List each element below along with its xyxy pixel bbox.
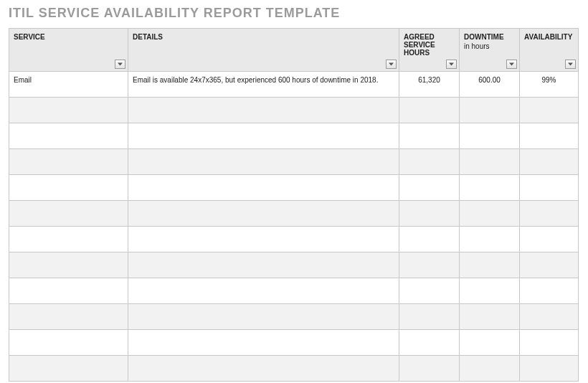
cell-empty <box>520 175 579 201</box>
cell-empty <box>9 278 128 304</box>
svg-marker-1 <box>389 62 394 65</box>
cell-empty <box>460 98 520 123</box>
svg-marker-4 <box>568 62 573 65</box>
filter-downtime-button[interactable] <box>506 60 517 69</box>
cell-empty <box>9 201 128 227</box>
cell-empty <box>9 252 128 278</box>
cell-empty <box>520 123 579 149</box>
filter-availability-button[interactable] <box>565 60 576 69</box>
cell-empty <box>399 227 460 252</box>
cell-details: Email is available 24x7x365, but experie… <box>128 72 399 98</box>
cell-empty <box>460 278 520 304</box>
filter-hours-button[interactable] <box>446 60 457 69</box>
cell-empty <box>128 149 399 175</box>
cell-empty <box>128 252 399 278</box>
cell-empty <box>9 330 128 356</box>
table-row <box>9 304 579 330</box>
cell-downtime: 600.00 <box>460 72 520 98</box>
cell-empty <box>520 304 579 330</box>
table-row <box>9 356 579 382</box>
cell-empty <box>399 356 460 382</box>
cell-service: Email <box>9 72 128 98</box>
header-availability: AVAILABILITY <box>520 29 579 72</box>
cell-empty <box>520 227 579 252</box>
cell-empty <box>9 149 128 175</box>
cell-empty <box>128 304 399 330</box>
cell-empty <box>460 227 520 252</box>
filter-service-button[interactable] <box>115 60 125 69</box>
cell-empty <box>460 304 520 330</box>
cell-empty <box>399 278 460 304</box>
cell-empty <box>399 252 460 278</box>
table-row <box>9 227 579 252</box>
cell-empty <box>460 175 520 201</box>
cell-empty <box>520 330 579 356</box>
cell-empty <box>128 98 399 123</box>
header-hours: AGREED SERVICE HOURS <box>399 29 460 72</box>
cell-empty <box>399 175 460 201</box>
header-downtime-label: DOWNTIME <box>464 33 504 41</box>
header-hours-label: AGREED SERVICE HOURS <box>404 33 435 57</box>
table-row <box>9 175 579 201</box>
table-row: Email Email is available 24x7x365, but e… <box>9 72 579 98</box>
cell-empty <box>460 356 520 382</box>
table-row <box>9 201 579 227</box>
cell-empty <box>399 201 460 227</box>
header-service-label: SERVICE <box>14 33 45 41</box>
cell-empty <box>128 227 399 252</box>
cell-empty <box>9 98 128 123</box>
cell-availability: 99% <box>520 72 579 98</box>
table-row <box>9 149 579 175</box>
header-service: SERVICE <box>9 29 128 72</box>
cell-empty <box>460 201 520 227</box>
cell-empty <box>128 330 399 356</box>
cell-empty <box>460 123 520 149</box>
table-row <box>9 252 579 278</box>
svg-marker-2 <box>449 62 454 65</box>
cell-empty <box>399 149 460 175</box>
svg-marker-0 <box>118 62 123 65</box>
cell-empty <box>9 123 128 149</box>
cell-empty <box>520 98 579 123</box>
filter-details-button[interactable] <box>386 60 397 69</box>
header-availability-label: AVAILABILITY <box>524 33 572 41</box>
cell-empty <box>128 201 399 227</box>
cell-empty <box>9 175 128 201</box>
cell-empty <box>520 252 579 278</box>
cell-empty <box>399 304 460 330</box>
cell-empty <box>520 278 579 304</box>
availability-table: SERVICE DETAILS AGREED SERVICE HOURS DOW… <box>9 28 579 382</box>
table-row <box>9 98 579 123</box>
cell-hours: 61,320 <box>399 72 460 98</box>
cell-empty <box>399 330 460 356</box>
table-row <box>9 278 579 304</box>
page-title: ITIL SERVICE AVAILABILITY REPORT TEMPLAT… <box>9 6 579 21</box>
cell-empty <box>128 356 399 382</box>
header-details: DETAILS <box>128 29 399 72</box>
header-downtime-sub: in hours <box>464 42 515 50</box>
cell-empty <box>9 304 128 330</box>
cell-empty <box>9 356 128 382</box>
cell-empty <box>9 227 128 252</box>
cell-empty <box>128 175 399 201</box>
cell-empty <box>460 252 520 278</box>
svg-marker-3 <box>509 62 514 65</box>
cell-empty <box>520 356 579 382</box>
cell-empty <box>399 98 460 123</box>
cell-empty <box>128 278 399 304</box>
cell-empty <box>520 149 579 175</box>
header-downtime: DOWNTIME in hours <box>460 29 520 72</box>
cell-empty <box>460 330 520 356</box>
table-row <box>9 330 579 356</box>
cell-empty <box>520 201 579 227</box>
cell-empty <box>399 123 460 149</box>
cell-empty <box>128 123 399 149</box>
table-row <box>9 123 579 149</box>
cell-empty <box>460 149 520 175</box>
header-details-label: DETAILS <box>133 33 163 41</box>
